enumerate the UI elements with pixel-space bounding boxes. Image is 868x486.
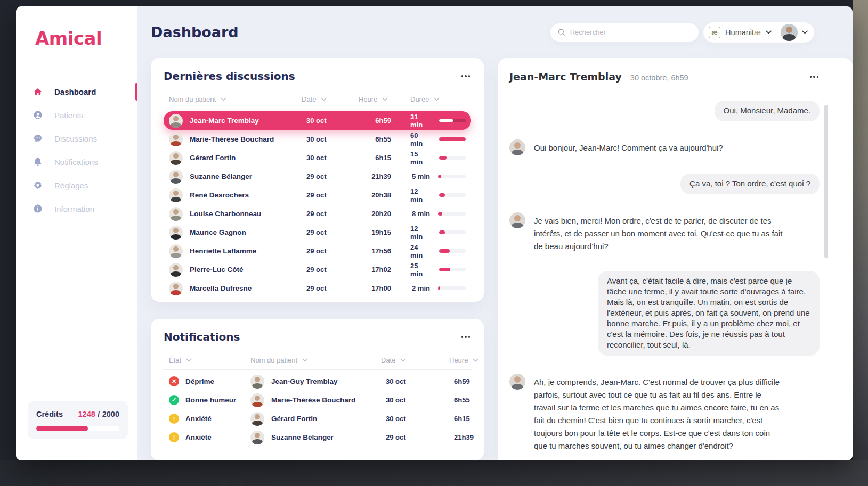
patient-name: Pierre-Luc Côté (190, 266, 244, 274)
sidebar-item-réglages[interactable]: Réglages (16, 174, 137, 197)
discussion-date: 29 oct (302, 266, 359, 274)
table-row[interactable]: René Desrochers 29 oct 20h38 12 min (164, 186, 471, 204)
discussion-time: 20h38 (359, 191, 410, 199)
duration-bar (439, 193, 466, 197)
patient-name: Gérard Fortin (271, 415, 317, 423)
notification-date: 29 oct (381, 433, 449, 441)
discussion-date: 29 oct (302, 172, 359, 180)
chat-message-text: Ça va, toi ? Ton ordre, c'est quoi ? (680, 174, 820, 194)
column-sort-etat[interactable]: État (169, 356, 250, 364)
column-sort-heure[interactable]: Heure (449, 356, 478, 364)
sidebar-item-label: Réglages (54, 181, 88, 190)
notifications-title: Notifications (164, 331, 240, 343)
assistant-avatar (509, 212, 525, 228)
column-sort-name[interactable]: Nom du patient (169, 95, 302, 103)
chevron-down-icon (221, 97, 226, 101)
discussion-date: 30 oct (302, 135, 359, 143)
table-row[interactable]: Marie-Thérèse Bouchard 30 oct 6h55 60 mi… (164, 130, 471, 149)
more-options-icon[interactable] (460, 72, 472, 80)
table-row[interactable]: Marcella Dufresne 29 oct 17h00 2 min (164, 279, 471, 298)
sidebar-item-discussions[interactable]: Discussions (16, 127, 137, 150)
user-icon (33, 110, 43, 120)
patient-avatar (169, 263, 183, 277)
discussion-date: 29 oct (302, 228, 359, 236)
column-sort-date[interactable]: Date (381, 356, 449, 364)
status-label: Anxiété (185, 415, 212, 423)
table-row[interactable]: ✓ Bonne humeur Marie-Thérèse Bouchard 30… (164, 391, 471, 409)
discussions-title: Dernières discussions (164, 70, 295, 83)
search-bar[interactable] (550, 23, 699, 42)
table-row[interactable]: Louise Charbonneau 29 oct 20h20 8 min (164, 204, 471, 223)
discussion-duration: 25 min (410, 262, 431, 278)
patient-avatar (169, 170, 183, 184)
sidebar-item-information[interactable]: Information (16, 197, 137, 220)
sidebar-nav: Dashboard Patients Discussions Notificat… (16, 80, 137, 220)
search-input[interactable] (570, 28, 691, 36)
patient-name: Jean-Marc Tremblay (190, 117, 259, 125)
notification-date: 30 oct (381, 377, 449, 385)
notifications-column-headers: État Nom du patient Date Heure (164, 356, 471, 364)
column-sort-heure[interactable]: Heure (359, 95, 410, 103)
table-row[interactable]: ✕ Déprime Jean-Guy Tremblay 30 oct 6h59 (164, 372, 471, 391)
sidebar-item-dashboard[interactable]: Dashboard (16, 80, 137, 103)
patient-avatar (169, 114, 183, 128)
more-options-icon[interactable] (809, 72, 820, 81)
patient-name: Henriette Laflamme (190, 247, 256, 255)
credits-label: Crédits (36, 410, 63, 418)
table-row[interactable]: Gérard Fortin 30 oct 6h15 15 min (164, 149, 471, 167)
chat-header: Jean-Marc Tremblay 30 octobre, 6h59 (509, 71, 820, 83)
notification-time: 6h59 (449, 377, 470, 385)
discussion-time: 6h59 (359, 117, 410, 125)
duration-bar (439, 230, 466, 234)
desktop-background-bottom (0, 460, 868, 486)
content: Dernières discussions Nom du patient Dat… (137, 58, 853, 460)
patient-avatar (250, 412, 264, 426)
notifications-card: Notifications État Nom du patient Date H… (151, 319, 484, 460)
info-icon (33, 204, 43, 213)
discussion-time: 6h55 (359, 135, 410, 143)
discussion-duration: 2 min (412, 284, 430, 292)
divider (163, 369, 472, 370)
discussion-duration: 8 min (412, 210, 430, 218)
sidebar-item-notifications[interactable]: Notifications (16, 150, 137, 174)
table-row[interactable]: Henriette Laflamme 29 oct 17h56 24 min (164, 242, 471, 260)
chat-message-text: Avant ça, c'était facile à dire, mais c'… (598, 271, 820, 356)
table-row[interactable]: ! Anxiété Gérard Fortin 30 oct 6h15 (164, 409, 471, 428)
column-sort-date[interactable]: Date (302, 95, 359, 103)
scrollbar-thumb[interactable] (824, 105, 828, 258)
sidebar-item-label: Discussions (54, 134, 97, 143)
table-row[interactable]: Suzanne Bélanger 29 oct 21h39 5 min (164, 167, 471, 186)
discussion-date: 29 oct (302, 247, 359, 255)
user-menu[interactable] (781, 24, 808, 41)
sidebar-item-patients[interactable]: Patients (16, 103, 137, 127)
user-avatar[interactable] (781, 24, 798, 41)
notification-time: 6h15 (449, 415, 470, 423)
patient-avatar (169, 151, 183, 165)
chat-message: Ah, je comprends, Jean-Marc. C'est norma… (509, 374, 820, 452)
table-row[interactable]: ! Anxiété Suzanne Bélanger 29 oct 21h39 (164, 428, 471, 447)
language-select[interactable]: Humanitæ (725, 28, 761, 37)
discussion-time: 6h15 (359, 154, 410, 162)
topbar-controls: æ Humanitæ (550, 22, 814, 43)
column-sort-duree[interactable]: Durée (410, 95, 466, 103)
more-options-icon[interactable] (460, 333, 472, 341)
discussion-duration: 24 min (410, 243, 431, 259)
table-row[interactable]: Jean-Marc Tremblay 30 oct 6h59 31 min (164, 111, 471, 130)
table-row[interactable]: Maurice Gagnon 29 oct 19h15 12 min (164, 223, 471, 242)
notification-time: 6h55 (449, 396, 470, 404)
chevron-down-icon (186, 358, 192, 362)
chevron-down-icon[interactable] (766, 30, 772, 34)
patient-name: Marcella Dufresne (190, 284, 252, 292)
column-sort-name[interactable]: Nom du patient (250, 356, 381, 364)
warning-status-icon: ! (169, 432, 179, 442)
main-area: Dashboard æ Humanitæ (137, 6, 853, 460)
left-column: Dernières discussions Nom du patient Dat… (151, 58, 484, 460)
patient-avatar (250, 375, 264, 389)
patient-name: Marie-Thérèse Bouchard (271, 396, 355, 404)
error-status-icon: ✕ (169, 376, 179, 386)
status-label: Déprime (185, 377, 214, 385)
chat-message: Je vais bien, merci! Mon ordre, c'est de… (509, 212, 820, 253)
table-row[interactable]: Pierre-Luc Côté 29 oct 17h02 25 min (164, 260, 471, 279)
notifications-table: ✕ Déprime Jean-Guy Tremblay 30 oct 6h59 … (164, 372, 471, 447)
chevron-down-icon (382, 97, 388, 101)
